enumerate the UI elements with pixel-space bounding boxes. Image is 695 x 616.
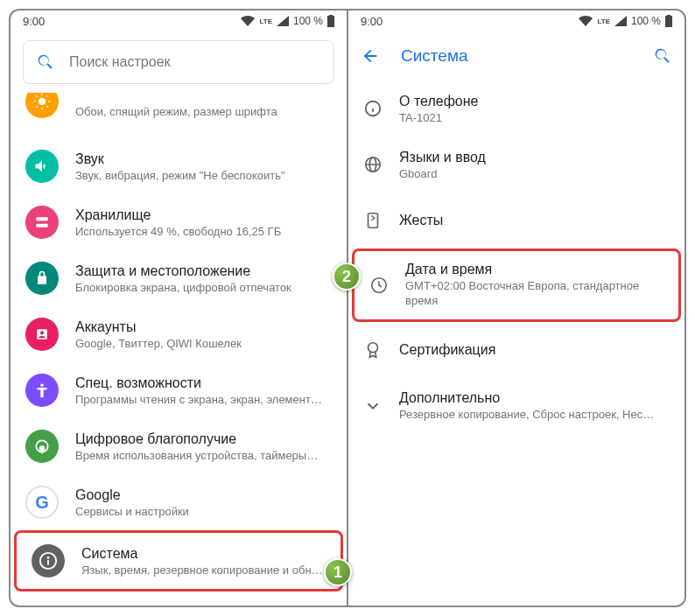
svg-rect-21 xyxy=(667,15,670,17)
settings-item-accessibility[interactable]: Спец. возможностиПрограммы чтения с экра… xyxy=(11,362,347,418)
info-icon xyxy=(32,544,65,578)
google-icon: G xyxy=(25,486,59,519)
status-bar: 9:00 LTE 100 % xyxy=(11,10,347,32)
system-item-about[interactable]: О телефонеTA-1021 xyxy=(348,80,684,136)
svg-rect-0 xyxy=(327,16,334,27)
globe-icon xyxy=(362,154,383,175)
clock-icon xyxy=(369,275,390,296)
signal-icon xyxy=(614,16,627,26)
item-subtitle: TA-1021 xyxy=(399,111,670,124)
network-label: LTE xyxy=(597,18,610,25)
settings-item-display[interactable]: Обои, спящий режим, размер шрифта xyxy=(11,93,347,138)
settings-main-screen: 9:00 LTE 100 % Поиск настроек Обои, спящ… xyxy=(11,10,348,606)
accessibility-icon xyxy=(25,374,59,407)
wifi-icon xyxy=(241,16,255,26)
system-list: О телефонеTA-1021 Языки и вводGboard Жес… xyxy=(348,80,684,606)
item-subtitle: Программы чтения с экрана, экран, элемен… xyxy=(75,393,333,406)
item-title: Цифровое благополучие xyxy=(75,431,333,447)
item-title: Дополнительно xyxy=(399,390,670,406)
item-title: Спец. возможности xyxy=(75,375,333,391)
battery-pct: 100 % xyxy=(293,15,323,27)
item-title: Google xyxy=(75,487,333,503)
item-title: Система xyxy=(81,546,326,562)
award-icon xyxy=(362,340,383,360)
system-item-certification[interactable]: Сертификация xyxy=(348,322,684,378)
svg-rect-11 xyxy=(36,217,47,220)
search-icon[interactable] xyxy=(653,46,672,66)
item-subtitle: Резервное копирование, Сброс настроек, Н… xyxy=(399,408,670,421)
storage-icon xyxy=(25,206,59,239)
item-title: Жесты xyxy=(399,213,670,228)
item-subtitle: Gboard xyxy=(399,167,670,180)
search-placeholder: Поиск настроек xyxy=(69,54,171,70)
chevron-down-icon xyxy=(362,396,383,416)
wellbeing-icon xyxy=(25,430,59,463)
item-subtitle: Время использования устройства, таймеры… xyxy=(75,449,333,462)
settings-item-security[interactable]: Защита и местоположениеБлокировка экрана… xyxy=(11,250,347,306)
battery-pct: 100 % xyxy=(631,15,661,27)
item-title: О телефоне xyxy=(399,94,670,109)
item-subtitle: Google, Твиттер, QIWI Кошелек xyxy=(75,337,333,350)
svg-line-10 xyxy=(46,95,47,96)
status-icons: LTE 100 % xyxy=(241,15,334,27)
item-subtitle: Сервисы и настройки xyxy=(75,505,333,518)
settings-item-storage[interactable]: ХранилищеИспользуется 49 %, свободно 16,… xyxy=(11,194,347,250)
settings-item-google[interactable]: G GoogleСервисы и настройки xyxy=(11,474,347,530)
item-title: Аккаунты xyxy=(75,319,333,335)
system-item-advanced[interactable]: ДополнительноРезервное копирование, Сбро… xyxy=(348,378,684,434)
item-title: Защита и местоположение xyxy=(75,263,333,279)
settings-item-accounts[interactable]: АккаунтыGoogle, Твиттер, QIWI Кошелек xyxy=(11,306,347,362)
svg-point-2 xyxy=(39,98,46,105)
battery-icon xyxy=(327,15,334,27)
settings-item-wellbeing[interactable]: Цифровое благополучиеВремя использования… xyxy=(11,418,347,474)
wifi-icon xyxy=(579,16,593,26)
clock: 9:00 xyxy=(23,15,45,28)
status-icons: LTE 100 % xyxy=(579,15,672,27)
settings-item-sound[interactable]: ЗвукЗвук, вибрация, режим "Не беспокоить… xyxy=(11,138,347,194)
gesture-icon xyxy=(362,210,383,231)
highlight-datetime: Дата и времяGMT+02:00 Восточная Европа, … xyxy=(352,248,681,322)
svg-rect-19 xyxy=(47,560,49,565)
item-title: Дата и время xyxy=(405,262,664,277)
system-item-gestures[interactable]: Жесты xyxy=(348,192,684,248)
item-subtitle: Язык, время, резервное копирование и обн… xyxy=(81,564,326,577)
system-item-datetime[interactable]: Дата и времяGMT+02:00 Восточная Европа, … xyxy=(355,251,678,319)
svg-rect-20 xyxy=(665,16,672,27)
svg-line-5 xyxy=(36,95,37,96)
info-outline-icon xyxy=(362,98,383,119)
highlight-system: СистемаЯзык, время, резервное копировани… xyxy=(14,530,343,592)
step-badge-2: 2 xyxy=(333,262,361,290)
svg-point-18 xyxy=(47,556,50,559)
system-settings-screen: 9:00 LTE 100 % Система О телефонеTA-1021… xyxy=(348,10,684,606)
lock-icon xyxy=(25,262,59,295)
sound-icon xyxy=(25,150,59,183)
svg-rect-28 xyxy=(369,214,378,228)
item-subtitle: GMT+02:00 Восточная Европа, стандартное … xyxy=(405,279,664,309)
battery-icon xyxy=(665,15,672,27)
svg-line-6 xyxy=(46,106,47,107)
svg-rect-1 xyxy=(329,15,333,17)
item-subtitle: Блокировка экрана, цифровой отпечаток xyxy=(75,281,333,294)
search-icon xyxy=(36,52,55,72)
svg-point-15 xyxy=(40,384,43,387)
item-subtitle: Обои, спящий режим, размер шрифта xyxy=(75,105,333,118)
page-title: Система xyxy=(401,46,632,66)
item-subtitle: Используется 49 %, свободно 16,25 ГБ xyxy=(75,225,333,238)
settings-item-system[interactable]: СистемаЯзык, время, резервное копировани… xyxy=(17,533,340,589)
network-label: LTE xyxy=(259,18,272,25)
item-subtitle: Звук, вибрация, режим "Не беспокоить" xyxy=(75,169,333,182)
app-bar: Система xyxy=(348,32,684,80)
signal-icon xyxy=(277,16,289,26)
display-icon xyxy=(25,93,59,118)
item-title: Хранилище xyxy=(75,207,333,223)
item-title: Сертификация xyxy=(399,342,670,358)
system-item-languages[interactable]: Языки и вводGboard xyxy=(348,136,684,192)
svg-point-30 xyxy=(369,343,378,353)
svg-point-14 xyxy=(40,331,44,334)
svg-line-9 xyxy=(36,106,37,107)
item-title: Языки и ввод xyxy=(399,150,670,165)
accounts-icon xyxy=(25,318,59,351)
svg-rect-12 xyxy=(36,224,47,228)
back-icon[interactable] xyxy=(361,46,380,66)
search-settings[interactable]: Поиск настроек xyxy=(23,40,334,84)
